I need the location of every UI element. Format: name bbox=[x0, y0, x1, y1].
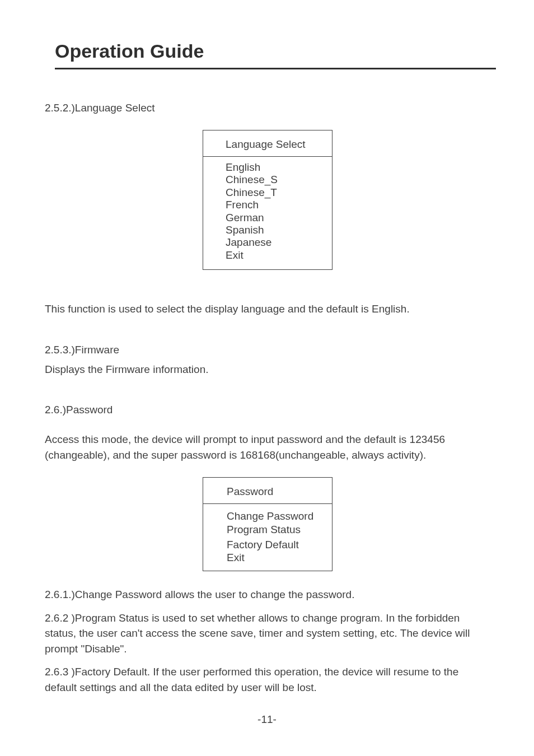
menu-item-chinese-s: Chinese_S bbox=[226, 174, 332, 186]
menu-item-german: German bbox=[226, 212, 332, 224]
factory-default-description: 2.6.3 )Factory Default. If the user perf… bbox=[45, 664, 490, 695]
menu-item-spanish: Spanish bbox=[226, 224, 332, 236]
menu-item-factory-default: Factory Default bbox=[227, 538, 332, 551]
change-password-description: 2.6.1.)Change Password allows the user t… bbox=[45, 587, 490, 603]
menu-item-french: French bbox=[226, 199, 332, 211]
menu-body: English Chinese_S Chinese_T French Germa… bbox=[203, 157, 332, 269]
menu-header: Password bbox=[203, 478, 332, 504]
page-title: Operation Guide bbox=[55, 40, 496, 69]
menu-item-change-password: Change Password bbox=[227, 510, 332, 522]
page-content: 2.5.2.)Language Select Language Select E… bbox=[44, 102, 490, 695]
language-select-description: This function is used to select the disp… bbox=[45, 301, 490, 317]
menu-item-exit: Exit bbox=[227, 551, 332, 564]
language-select-menu: Language Select English Chinese_S Chines… bbox=[203, 130, 332, 270]
section-heading-firmware: 2.5.3.)Firmware bbox=[45, 344, 490, 356]
menu-item-japanese: Japanese bbox=[226, 236, 332, 249]
menu-header: Language Select bbox=[203, 130, 332, 157]
section-heading-language-select: 2.5.2.)Language Select bbox=[45, 102, 490, 114]
menu-item-program-status: Program Status bbox=[227, 523, 332, 536]
section-heading-password: 2.6.)Password bbox=[45, 404, 490, 416]
menu-body: Change Password Program Status Factory D… bbox=[203, 504, 332, 571]
program-status-description: 2.6.2 )Program Status is used to set whe… bbox=[45, 610, 490, 657]
page-number: -11- bbox=[0, 713, 534, 726]
menu-item-exit: Exit bbox=[226, 249, 332, 262]
menu-item-english: English bbox=[226, 161, 332, 174]
menu-item-chinese-t: Chinese_T bbox=[226, 186, 332, 199]
firmware-description: Displays the Firmware information. bbox=[45, 362, 490, 377]
password-description: Access this mode, the device will prompt… bbox=[45, 432, 490, 463]
password-menu: Password Change Password Program Status … bbox=[203, 477, 332, 571]
